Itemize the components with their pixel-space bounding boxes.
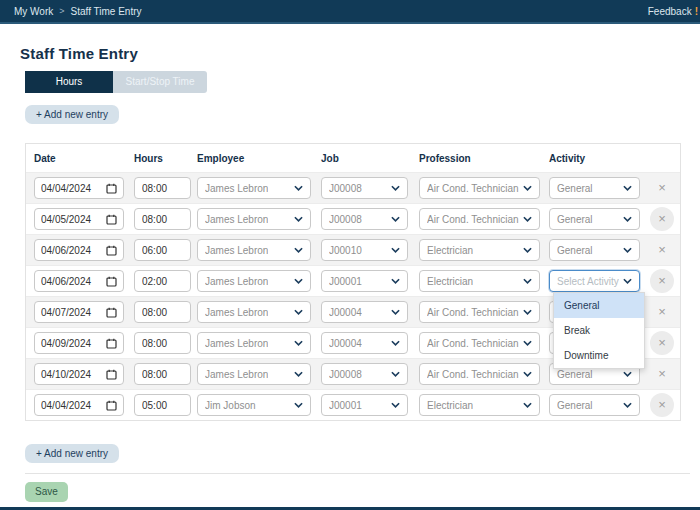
chevron-down-icon [623,402,632,408]
employee-select[interactable]: James Lebron [197,239,311,261]
top-navigation-bar: My Work > Staff Time Entry Feedback ! [0,0,700,24]
hours-input[interactable] [134,208,191,230]
employee-select[interactable]: James Lebron [197,177,311,199]
date-input[interactable] [34,394,124,416]
delete-row-button[interactable]: × [650,269,674,293]
calendar-icon [106,338,117,349]
breadcrumb-my-work[interactable]: My Work [14,6,53,17]
date-input[interactable] [34,177,124,199]
profession-select[interactable]: Air Cond. Technician [419,332,540,354]
date-value[interactable] [41,400,101,411]
time-entry-table: Date Hours Employee Job Profession Activ… [25,143,681,421]
date-input[interactable] [34,332,124,354]
chevron-down-icon [391,278,400,284]
activity-select[interactable]: General [549,239,640,261]
dropdown-option-general[interactable]: General [554,293,644,318]
calendar-icon [106,245,117,256]
chevron-down-icon [391,185,400,191]
date-value[interactable] [41,183,101,194]
delete-row-button[interactable]: × [650,362,674,386]
chevron-down-icon [294,185,303,191]
chevron-down-icon [523,309,532,315]
date-input[interactable] [34,363,124,385]
chevron-down-icon [523,247,532,253]
profession-select[interactable]: Air Cond. Technician [419,177,540,199]
date-input[interactable] [34,208,124,230]
activity-select[interactable]: General [549,177,640,199]
job-select[interactable]: J00001 [321,394,408,416]
date-input[interactable] [34,239,124,261]
delete-row-button[interactable]: × [650,300,674,324]
date-value[interactable] [41,369,101,380]
profession-select[interactable]: Electrician [419,394,540,416]
chevron-down-icon [294,340,303,346]
calendar-icon [106,183,117,194]
chevron-down-icon [623,278,632,284]
job-select[interactable]: J00004 [321,332,408,354]
delete-row-button[interactable]: × [650,393,674,417]
breadcrumb-separator: > [59,6,64,16]
section-divider [25,473,690,474]
hours-input[interactable] [134,239,191,261]
tab-start-stop-time[interactable]: Start/Stop Time [113,71,207,93]
hours-input[interactable] [134,177,191,199]
chevron-down-icon [294,402,303,408]
delete-row-button[interactable]: × [650,176,674,200]
add-new-entry-button-bottom[interactable]: + Add new entry [25,444,119,463]
table-row: James Lebron J00008 Air Cond. Technician… [26,172,680,203]
chevron-down-icon [294,216,303,222]
job-select[interactable]: J00001 [321,270,408,292]
save-button[interactable]: Save [25,482,68,502]
breadcrumb-staff-time-entry[interactable]: Staff Time Entry [71,6,142,17]
delete-row-button[interactable]: × [650,331,674,355]
tab-hours[interactable]: Hours [25,71,113,93]
employee-select[interactable]: Jim Jobson [197,394,311,416]
employee-select[interactable]: James Lebron [197,208,311,230]
chevron-down-icon [523,278,532,284]
add-new-entry-button-top[interactable]: + Add new entry [25,105,119,124]
date-value[interactable] [41,307,101,318]
employee-select[interactable]: James Lebron [197,270,311,292]
chevron-down-icon [523,185,532,191]
hours-input[interactable] [134,301,191,323]
delete-row-button[interactable]: × [650,207,674,231]
hours-input[interactable] [134,394,191,416]
profession-select[interactable]: Air Cond. Technician [419,363,540,385]
employee-select[interactable]: James Lebron [197,301,311,323]
job-select[interactable]: J00008 [321,177,408,199]
activity-dropdown-menu: General Break Downtime [553,292,645,369]
hours-input[interactable] [134,363,191,385]
activity-select[interactable]: General [549,394,640,416]
date-input[interactable] [34,301,124,323]
profession-select[interactable]: Air Cond. Technician [419,301,540,323]
chevron-down-icon [523,402,532,408]
activity-select[interactable]: General [549,208,640,230]
chevron-down-icon [623,371,632,377]
profession-select[interactable]: Electrician [419,239,540,261]
chevron-down-icon [523,371,532,377]
chevron-down-icon [523,340,532,346]
dropdown-option-break[interactable]: Break [554,318,644,343]
job-select[interactable]: J00010 [321,239,408,261]
feedback-link[interactable]: Feedback ! [648,6,698,17]
chevron-down-icon [391,309,400,315]
date-input[interactable] [34,270,124,292]
feedback-label: Feedback [648,6,692,17]
date-value[interactable] [41,276,101,287]
activity-select-open[interactable]: Select Activity [549,270,640,292]
dropdown-option-downtime[interactable]: Downtime [554,343,644,368]
hours-input[interactable] [134,270,191,292]
job-select[interactable]: J00008 [321,208,408,230]
chevron-down-icon [623,247,632,253]
hours-input[interactable] [134,332,191,354]
employee-select[interactable]: James Lebron [197,332,311,354]
job-select[interactable]: J00004 [321,301,408,323]
profession-select[interactable]: Air Cond. Technician [419,208,540,230]
job-select[interactable]: J00008 [321,363,408,385]
profession-select[interactable]: Electrician [419,270,540,292]
employee-select[interactable]: James Lebron [197,363,311,385]
date-value[interactable] [41,338,101,349]
date-value[interactable] [41,245,101,256]
date-value[interactable] [41,214,101,225]
delete-row-button[interactable]: × [650,238,674,262]
